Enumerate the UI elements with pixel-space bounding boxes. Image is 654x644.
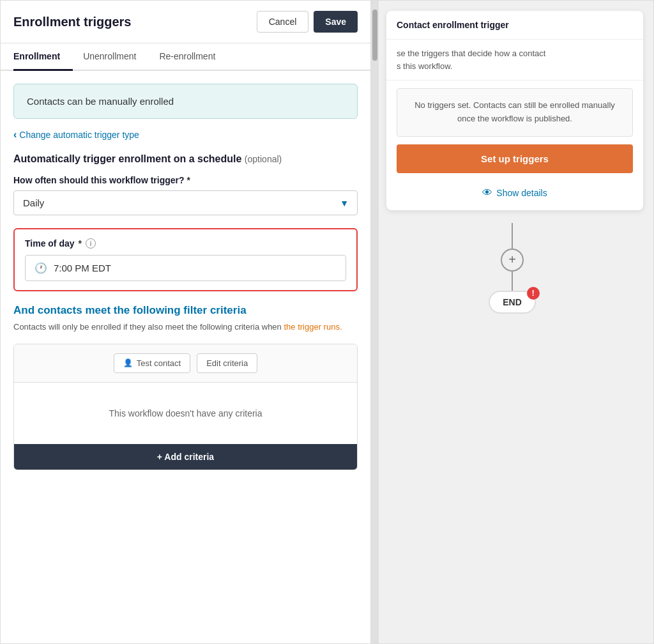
card-desc-line2: s this workflow.: [397, 60, 633, 73]
card-desc-line1: se the triggers that decide how a contac…: [397, 47, 633, 60]
frequency-select[interactable]: Daily Weekly Monthly: [13, 190, 358, 215]
test-contact-button[interactable]: 👤 Test contact: [114, 353, 190, 373]
tab-unenrollment[interactable]: Unenrollment: [83, 43, 149, 71]
manually-enrolled-box: Contacts can be manually enrolled: [13, 84, 358, 119]
schedule-title-text: Automatically trigger enrollment on a sc…: [13, 153, 241, 164]
time-input-box[interactable]: 🕐 7:00 PM EDT: [25, 255, 346, 281]
time-value: 7:00 PM EDT: [54, 263, 111, 273]
setup-triggers-button[interactable]: Set up triggers: [397, 144, 633, 173]
eye-icon: 👁: [482, 187, 492, 199]
workflow-line-2: [512, 272, 513, 291]
scrollbar-thumb: [372, 10, 377, 61]
right-panel: Contact enrollment trigger se the trigge…: [371, 1, 653, 643]
person-icon: 👤: [123, 358, 133, 367]
filter-desc-text-1: Contacts will only be enrolled if they a…: [13, 322, 282, 332]
criteria-box: 👤 Test contact Edit criteria This workfl…: [13, 344, 358, 470]
no-triggers-text: No triggers set. Contacts can still be e…: [414, 100, 615, 123]
frequency-select-wrapper: Daily Weekly Monthly ▼: [13, 190, 358, 215]
frequency-label: How often should this workflow trigger? …: [13, 175, 358, 185]
no-triggers-box: No triggers set. Contacts can still be e…: [397, 88, 633, 137]
filter-criteria-section: And contacts meet the following filter c…: [13, 304, 358, 470]
required-star: *: [187, 175, 190, 185]
add-step-button[interactable]: +: [501, 249, 524, 272]
change-trigger-label: Change automatic trigger type: [19, 130, 139, 140]
edit-criteria-button[interactable]: Edit criteria: [197, 353, 257, 373]
show-details-link[interactable]: 👁 Show details: [386, 181, 643, 205]
show-details-label: Show details: [496, 188, 547, 198]
end-node-badge: !: [527, 287, 540, 300]
time-label: Time of day * i: [25, 238, 346, 249]
card-description: se the triggers that decide how a contac…: [386, 40, 643, 80]
time-required-star: *: [79, 238, 82, 249]
left-panel: Enrollment triggers Cancel Save Enrollme…: [1, 1, 371, 643]
panel-content: Contacts can be manually enrolled Change…: [1, 71, 370, 643]
enrollment-trigger-card: Contact enrollment trigger se the trigge…: [386, 11, 643, 210]
add-criteria-button[interactable]: + Add criteria: [14, 444, 357, 470]
end-node: END !: [489, 291, 536, 314]
criteria-empty-message: This workflow doesn't have any criteria: [14, 383, 357, 444]
tab-enrollment[interactable]: Enrollment: [13, 43, 73, 71]
criteria-buttons: 👤 Test contact Edit criteria: [14, 344, 357, 383]
cancel-button[interactable]: Cancel: [257, 11, 309, 33]
change-trigger-link[interactable]: Change automatic trigger type: [13, 129, 139, 141]
panel-title: Enrollment triggers: [13, 15, 131, 29]
time-info-icon[interactable]: i: [86, 238, 96, 249]
header-buttons: Cancel Save: [257, 11, 358, 33]
workflow-line-1: [512, 223, 513, 249]
card-header: Contact enrollment trigger: [386, 11, 643, 40]
clock-icon: 🕐: [34, 262, 47, 274]
time-of-day-section: Time of day * i 🕐 7:00 PM EDT: [13, 228, 358, 291]
schedule-section-title: Automatically trigger enrollment on a sc…: [13, 153, 358, 165]
panel-header: Enrollment triggers Cancel Save: [1, 1, 370, 43]
plus-icon: +: [508, 252, 516, 267]
workflow-diagram: + END !: [371, 210, 653, 643]
frequency-field: How often should this workflow trigger? …: [13, 175, 358, 215]
optional-label: (optional): [245, 154, 282, 164]
end-label: END: [503, 297, 522, 307]
manually-enrolled-text: Contacts can be manually enrolled: [27, 96, 174, 107]
tabs-container: Enrollment Unenrollment Re-enrollment: [1, 43, 370, 71]
filter-section-desc: Contacts will only be enrolled if they a…: [13, 321, 358, 334]
card-title: Contact enrollment trigger: [397, 20, 633, 30]
tab-reenrollment[interactable]: Re-enrollment: [159, 43, 228, 71]
filter-section-title: And contacts meet the following filter c…: [13, 304, 358, 317]
filter-desc-trigger: the trigger runs.: [284, 322, 342, 332]
save-button[interactable]: Save: [314, 11, 358, 33]
